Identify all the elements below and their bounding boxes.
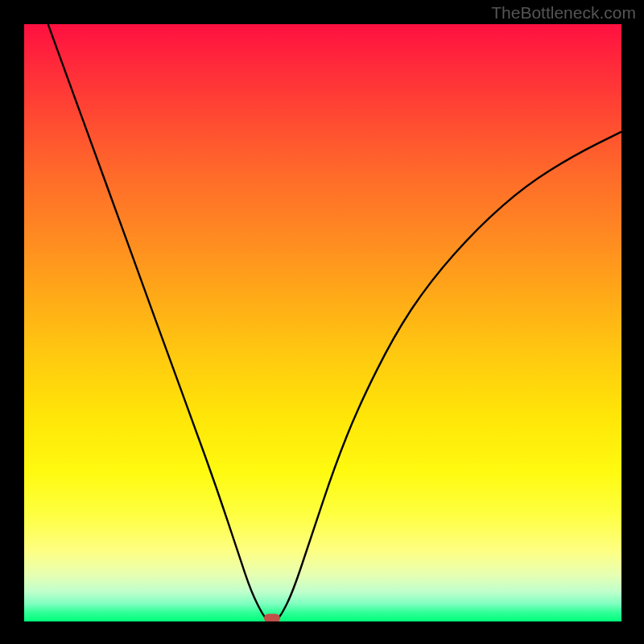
bottleneck-curve-path [48, 24, 621, 621]
optimal-point-marker [264, 614, 280, 621]
plot-area [24, 24, 621, 621]
curve-svg [24, 24, 621, 621]
watermark-text: TheBottleneck.com [491, 3, 636, 23]
chart-frame: TheBottleneck.com [0, 0, 644, 644]
